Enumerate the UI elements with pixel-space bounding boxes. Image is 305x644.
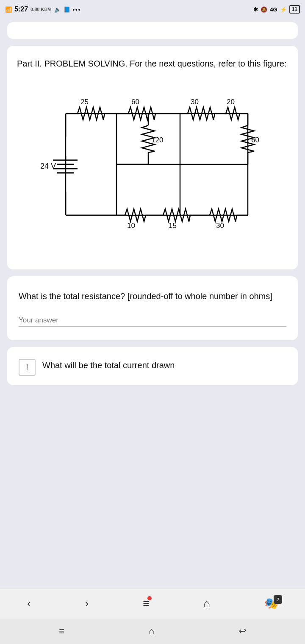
- circuit-card: Part II. PROBLEM SOLVING. For the next q…: [7, 46, 298, 269]
- svg-text:25: 25: [80, 98, 89, 106]
- system-nav: ≡ ⌂ ↩: [0, 619, 305, 644]
- resistor-30-bottom: 30: [201, 209, 248, 230]
- battery-icon: 11: [289, 5, 300, 14]
- alert-icon: !: [19, 359, 36, 376]
- bottom-nav: ‹ › ≡ ⌂ 🎭 2: [0, 588, 305, 619]
- status-left: 📶 5:27 0.80 KB/s 🔈 📘 •••: [5, 6, 81, 13]
- bluetooth-icon: ✱: [253, 6, 258, 13]
- svg-text:60: 60: [251, 136, 259, 144]
- circuit-diagram: 24 V: [17, 80, 288, 258]
- signal-icon: 📶: [5, 6, 12, 13]
- resistor-25: 25: [66, 98, 116, 120]
- svg-text:20: 20: [227, 98, 235, 106]
- svg-text:30: 30: [191, 98, 199, 106]
- svg-text:10: 10: [127, 222, 135, 230]
- scroll-area: Part II. PROBLEM SOLVING. For the next q…: [0, 19, 305, 588]
- resistor-120: 120: [116, 114, 180, 164]
- resistor-30-top: 30: [180, 98, 222, 120]
- resistor-15: 15: [155, 209, 201, 230]
- svg-text:120: 120: [151, 136, 163, 144]
- svg-text:24 V: 24 V: [40, 162, 56, 170]
- home-button[interactable]: ⌂: [195, 594, 219, 613]
- resistor-10: 10: [116, 209, 155, 230]
- question-card: What is the total resistance? [rounded-o…: [7, 276, 298, 340]
- resistor-20-top: 20: [222, 98, 248, 120]
- top-partial-card: [7, 22, 298, 39]
- svg-text:60: 60: [131, 98, 139, 106]
- answer-input[interactable]: [19, 316, 286, 325]
- charge-icon: ⚡: [280, 6, 287, 13]
- sys-home-button[interactable]: ⌂: [149, 626, 154, 637]
- answer-input-container[interactable]: [19, 316, 286, 327]
- next-question-card: ! What will be the total current drawn: [7, 347, 298, 385]
- time: 5:27: [14, 6, 28, 13]
- speed: 0.80 KB/s: [30, 7, 52, 12]
- svg-text:30: 30: [216, 222, 224, 230]
- sys-back-button[interactable]: ↩: [238, 626, 246, 637]
- apps-badge: 2: [274, 595, 282, 604]
- app-icon: 📘: [64, 6, 70, 13]
- circuit-svg: 24 V: [40, 80, 265, 258]
- home-icon: ⌂: [203, 597, 210, 610]
- status-right: ✱ 🔕 4G ⚡ 11: [253, 5, 300, 14]
- more-icon: •••: [73, 6, 81, 13]
- back-button[interactable]: ‹: [19, 594, 39, 613]
- audio-icon: 🔈: [54, 6, 61, 13]
- apps-button[interactable]: 🎭 2: [256, 594, 286, 613]
- circuit-card-title: Part II. PROBLEM SOLVING. For the next q…: [17, 58, 288, 69]
- sys-menu-button[interactable]: ≡: [59, 626, 64, 637]
- question-text: What is the total resistance? [rounded-o…: [19, 290, 286, 303]
- notification-dot: [147, 596, 152, 600]
- menu-button[interactable]: ≡: [134, 594, 158, 613]
- svg-text:15: 15: [169, 222, 177, 230]
- next-question-text: What will be the total current drawn: [42, 359, 175, 372]
- bell-icon: 🔕: [261, 6, 267, 13]
- resistor-60-right: 60: [241, 114, 259, 164]
- status-bar: 📶 5:27 0.80 KB/s 🔈 📘 ••• ✱ 🔕 4G ⚡ 11: [0, 0, 305, 19]
- 4g-icon: 4G: [270, 6, 277, 13]
- forward-button[interactable]: ›: [77, 594, 97, 613]
